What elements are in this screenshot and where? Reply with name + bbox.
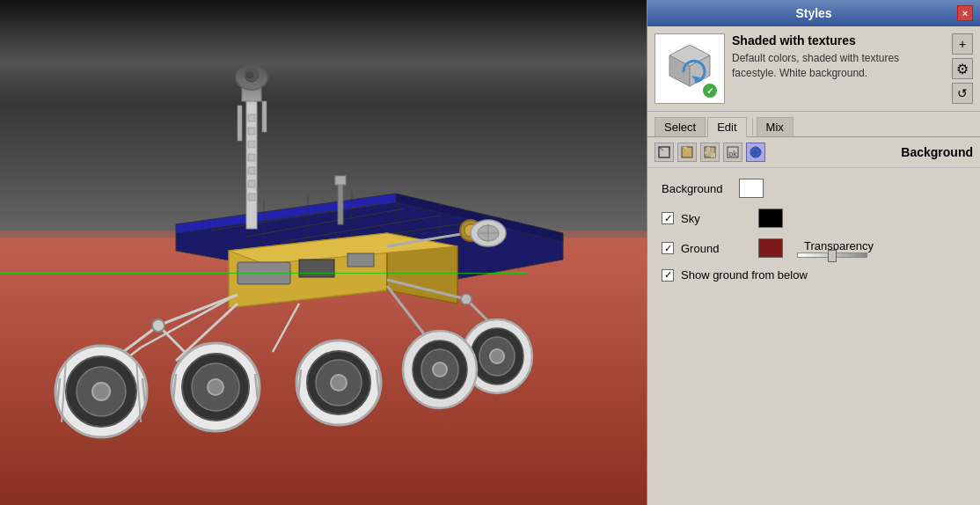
sky-checkbox[interactable]: ✓ [662, 212, 674, 224]
sky-row: ✓ Sky [662, 209, 966, 228]
style-thumbnail-icon: ✓ [659, 38, 720, 99]
style-name: Shaded with textures [732, 33, 945, 48]
svg-point-26 [236, 65, 267, 90]
style-description: Default colors, shaded with textures fac… [732, 51, 945, 81]
ground-color-swatch[interactable] [758, 238, 783, 258]
tab-select[interactable]: Select [655, 117, 706, 136]
svg-point-27 [245, 68, 259, 82]
tabs-row: Select Edit Mix [655, 117, 973, 136]
svg-text:ok: ok [728, 150, 737, 158]
tab-edit[interactable]: Edit [707, 117, 746, 137]
svg-rect-102 [705, 151, 708, 154]
background-row: Background [662, 179, 966, 198]
svg-rect-36 [248, 180, 255, 187]
background-label: Background [662, 182, 732, 195]
svg-rect-34 [248, 154, 255, 161]
ground-label: Ground [681, 242, 751, 255]
ok-icon-btn[interactable]: ok [723, 143, 742, 162]
ground-row: ✓ Ground Transparency [662, 238, 966, 258]
svg-point-74 [331, 375, 347, 391]
transparency-area: Transparency [797, 239, 874, 258]
blue-sphere-icon-btn[interactable] [746, 143, 765, 162]
svg-point-86 [461, 294, 472, 304]
svg-point-106 [750, 147, 761, 157]
textured-icon-btn[interactable] [700, 143, 720, 162]
style-info: Shaded with textures Default colors, sha… [732, 33, 945, 81]
ground-checkbox[interactable]: ✓ [662, 242, 674, 254]
svg-rect-30 [262, 101, 267, 132]
tab-mix[interactable]: Mix [757, 117, 794, 136]
svg-rect-33 [248, 141, 255, 148]
svg-rect-22 [299, 260, 334, 277]
show-ground-checkbox[interactable]: ✓ [662, 269, 674, 282]
show-ground-label: Show ground from below [681, 268, 857, 282]
svg-point-28 [246, 71, 253, 78]
svg-rect-29 [238, 106, 242, 141]
style-thumbnail[interactable]: ✓ [655, 33, 725, 104]
svg-rect-37 [248, 194, 255, 201]
svg-rect-31 [248, 114, 255, 121]
new-style-button[interactable]: + [952, 33, 973, 55]
close-button[interactable]: × [957, 5, 973, 21]
background-section: Background ✓ Sky ✓ Ground Transparency [647, 168, 980, 505]
background-color-swatch[interactable] [739, 179, 764, 198]
sky-label: Sky [681, 212, 751, 225]
svg-point-68 [208, 379, 223, 395]
transparency-label: Transparency [804, 239, 874, 252]
transparency-slider[interactable] [797, 252, 867, 258]
transparency-slider-thumb[interactable] [828, 250, 837, 262]
svg-rect-38 [338, 180, 343, 224]
shaded-icon-btn[interactable] [677, 143, 697, 162]
show-ground-row: ✓ Show ground from below [662, 268, 966, 282]
axis-line [0, 273, 528, 274]
svg-rect-39 [335, 176, 346, 185]
svg-point-84 [433, 362, 447, 377]
svg-point-80 [490, 349, 504, 363]
svg-rect-25 [242, 84, 261, 101]
panel-title-bar: Styles × [647, 0, 980, 26]
3d-viewport[interactable] [0, 0, 647, 505]
styles-panel: Styles × [647, 0, 980, 505]
refresh-button[interactable]: ↺ [952, 83, 973, 104]
svg-rect-32 [248, 128, 255, 135]
svg-rect-23 [347, 253, 374, 267]
style-actions: + ⚙ ↺ [952, 33, 973, 104]
section-label: Background [901, 145, 973, 159]
svg-text:✓: ✓ [706, 86, 713, 96]
svg-point-60 [92, 383, 110, 400]
svg-point-85 [152, 319, 165, 332]
style-preview-area: ✓ Shaded with textures Default colors, s… [647, 26, 980, 112]
icons-toolbar: ok Background [647, 137, 980, 168]
svg-rect-103 [711, 153, 715, 157]
rover-illustration [0, 0, 647, 505]
wireframe-icon-btn[interactable] [655, 143, 674, 162]
svg-rect-0 [0, 0, 647, 238]
tabs-container: Select Edit Mix [647, 112, 980, 137]
sky-color-swatch[interactable] [758, 209, 783, 228]
panel-title: Styles [670, 6, 957, 20]
tab-separator [752, 118, 753, 135]
update-style-button[interactable]: ⚙ [952, 58, 973, 79]
svg-rect-35 [248, 167, 255, 174]
transparency-slider-container [797, 252, 867, 258]
